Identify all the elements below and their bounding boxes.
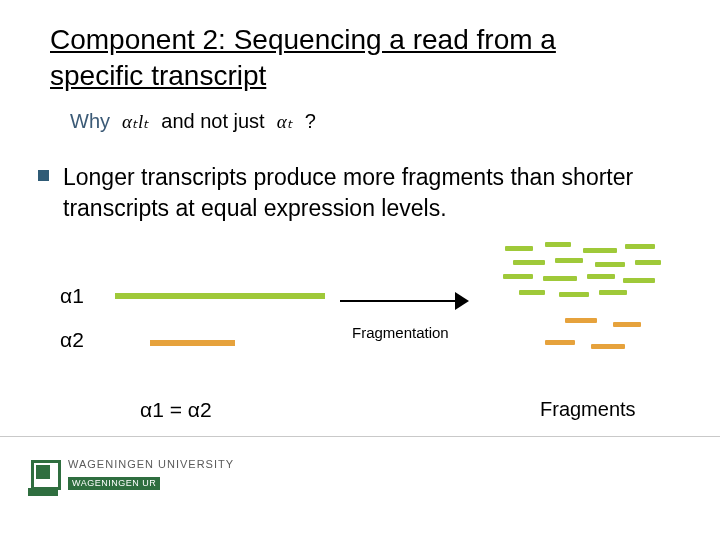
slide: Component 2: Sequencing a read from a sp… xyxy=(0,0,720,540)
and-not-just: and not just xyxy=(161,110,264,133)
logo-university: WAGENINGEN UNIVERSITY xyxy=(68,458,234,471)
fragmentation-label: Fragmentation xyxy=(352,324,449,341)
bullet-icon xyxy=(38,170,49,181)
question-line: Why αₜlₜ and not just αₜ ? xyxy=(70,110,630,133)
fragment xyxy=(587,274,615,279)
why-label: Why xyxy=(70,110,110,133)
fragment xyxy=(595,262,625,267)
bullet-item: Longer transcripts produce more fragment… xyxy=(38,162,678,224)
expr-alpha: αₜ xyxy=(277,110,293,133)
fragment xyxy=(545,242,571,247)
fragments-label: Fragments xyxy=(540,398,636,421)
fragment xyxy=(543,276,577,281)
logo-icon xyxy=(28,458,58,496)
bullet-text: Longer transcripts produce more fragment… xyxy=(63,162,678,224)
fragment xyxy=(565,318,597,323)
transcript-1-bar xyxy=(115,293,325,299)
expr-alpha-l: αₜlₜ xyxy=(122,110,149,133)
divider xyxy=(0,436,720,437)
fragment xyxy=(635,260,661,265)
fragment xyxy=(623,278,655,283)
fragment-pile xyxy=(495,240,685,380)
fragment xyxy=(513,260,545,265)
wageningen-logo: WAGENINGEN UNIVERSITY WAGENINGEN UR xyxy=(28,458,234,496)
fragment xyxy=(591,344,625,349)
fragment xyxy=(519,290,545,295)
fragment xyxy=(545,340,575,345)
alpha1-label: α1 xyxy=(60,284,84,308)
fragment xyxy=(613,322,641,327)
logo-ur: WAGENINGEN UR xyxy=(68,477,160,490)
fragment xyxy=(559,292,589,297)
arrow-icon xyxy=(340,280,470,320)
transcript-labels: α1 α2 xyxy=(60,284,84,352)
fragment xyxy=(599,290,627,295)
equation: α1 = α2 xyxy=(140,398,212,422)
fragment xyxy=(505,246,533,251)
question-mark: ? xyxy=(305,110,316,133)
alpha2-label: α2 xyxy=(60,328,84,352)
title-line1: Component 2: Sequencing a read from a xyxy=(50,24,556,55)
fragment xyxy=(555,258,583,263)
fragment xyxy=(583,248,617,253)
fragment xyxy=(503,274,533,279)
transcript-2-bar xyxy=(150,340,235,346)
fragment xyxy=(625,244,655,249)
title-line2: specific transcript xyxy=(50,60,266,91)
slide-title: Component 2: Sequencing a read from a sp… xyxy=(50,22,670,95)
